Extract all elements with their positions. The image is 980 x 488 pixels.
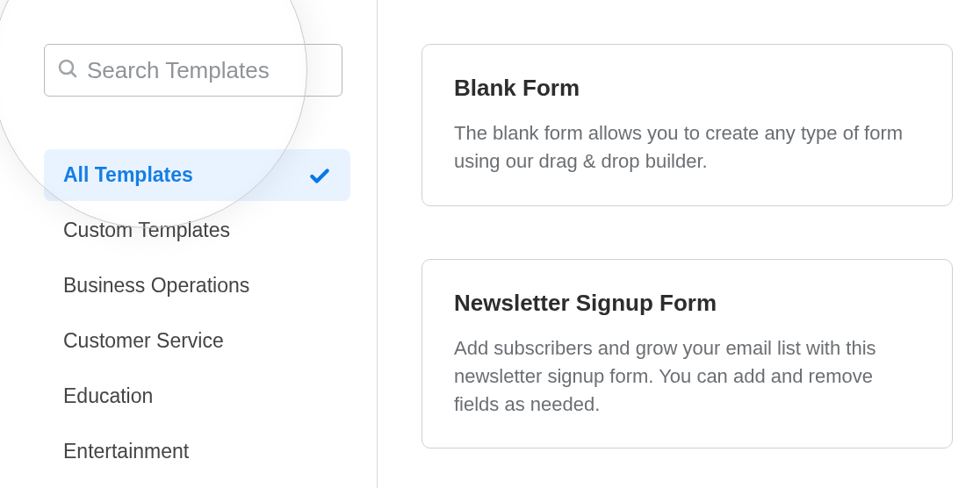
category-custom-templates[interactable]: Custom Templates [44,205,350,256]
app-layout: All Templates Custom Templates Business … [0,0,980,488]
check-icon [308,164,331,187]
category-label: All Templates [63,163,193,187]
category-list: All Templates Custom Templates Business … [44,149,350,477]
template-list: Blank Form The blank form allows you to … [378,0,980,488]
category-business-operations[interactable]: Business Operations [44,260,350,312]
search-box[interactable] [44,44,342,97]
category-label: Education [63,384,153,408]
category-label: Customer Service [63,329,224,353]
template-title: Blank Form [454,75,920,102]
template-card-newsletter-signup[interactable]: Newsletter Signup Form Add subscribers a… [422,259,953,449]
template-card-blank-form[interactable]: Blank Form The blank form allows you to … [422,44,953,206]
category-entertainment[interactable]: Entertainment [44,426,350,477]
template-title: Newsletter Signup Form [454,290,920,317]
template-description: The blank form allows you to create any … [454,119,920,176]
search-input[interactable] [87,57,329,84]
search-icon [57,58,78,83]
category-label: Business Operations [63,274,249,298]
svg-line-1 [71,72,76,76]
search-container [44,44,350,97]
category-customer-service[interactable]: Customer Service [44,315,350,367]
template-description: Add subscribers and grow your email list… [454,334,920,419]
category-label: Custom Templates [63,219,230,242]
category-education[interactable]: Education [44,370,350,422]
category-label: Entertainment [63,440,189,463]
category-all-templates[interactable]: All Templates [44,149,350,201]
sidebar: All Templates Custom Templates Business … [0,0,378,488]
